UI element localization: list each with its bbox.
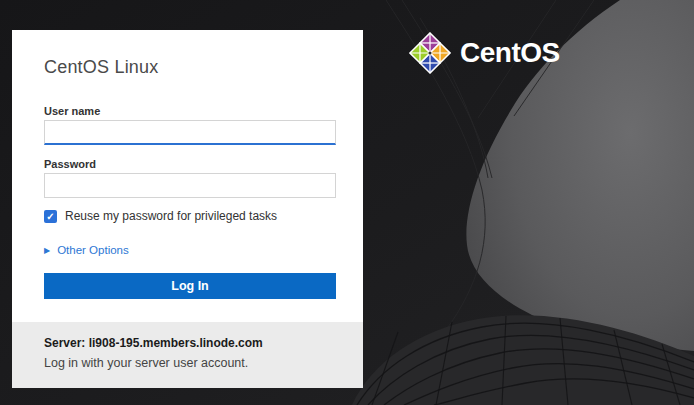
other-options-label: Other Options (57, 244, 129, 256)
server-info: Server: li908-195.members.linode.com (44, 336, 336, 350)
username-label: User name (44, 105, 336, 117)
login-form: CentOS Linux User name Password ✓ Reuse … (12, 30, 363, 322)
other-options-link[interactable]: ▶ Other Options (44, 244, 129, 256)
login-button[interactable]: Log In (44, 273, 336, 299)
reuse-password-checkbox[interactable]: ✓ (44, 210, 57, 223)
page-title: CentOS Linux (44, 57, 336, 78)
brand: CentOS (409, 32, 560, 74)
login-footer: Server: li908-195.members.linode.com Log… (12, 322, 363, 388)
login-card: CentOS Linux User name Password ✓ Reuse … (12, 30, 363, 388)
centos-logo-icon (409, 32, 451, 74)
password-input[interactable] (44, 173, 336, 198)
reuse-password-row: ✓ Reuse my password for privileged tasks (44, 209, 336, 223)
footer-hint: Log in with your server user account. (44, 356, 336, 370)
username-input[interactable] (44, 120, 336, 145)
brand-wordmark: CentOS (460, 37, 560, 69)
caret-right-icon: ▶ (44, 247, 50, 255)
reuse-password-label[interactable]: Reuse my password for privileged tasks (65, 209, 277, 223)
password-label: Password (44, 158, 336, 170)
